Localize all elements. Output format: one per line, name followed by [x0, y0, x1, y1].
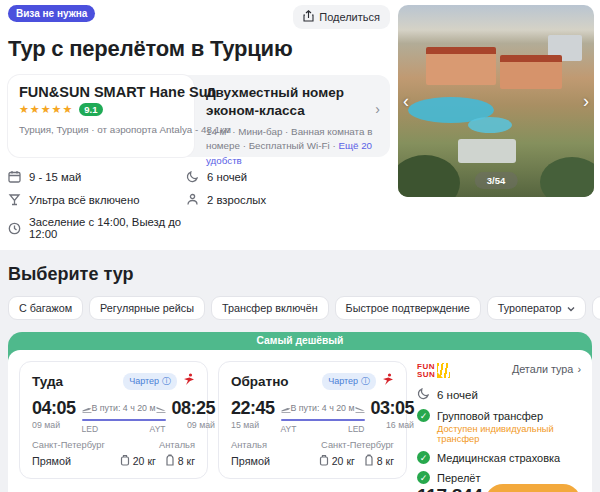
include-insurance: ✓ Медицинская страховка — [417, 451, 581, 464]
flight-segment-return: Обратно Чартер ⓘ 22:45 15 май — [218, 361, 407, 479]
suitcase-icon — [319, 454, 329, 468]
operator-logo-stripes — [437, 363, 450, 378]
hotel-location: Турция, Турция · от аэропорта Antalya - … — [19, 124, 183, 135]
visa-badge: Виза не нужна — [8, 5, 95, 22]
filter-chips-row: С багажом Регулярные рейсы Трансфер вклю… — [8, 296, 592, 320]
hand-luggage-item: 8 кг — [165, 454, 195, 468]
tour-details-label: Детали тура — [512, 363, 573, 375]
filter-tour-operator-dropdown[interactable]: Туроператор — [487, 296, 586, 320]
share-icon — [303, 10, 314, 24]
tour-offer-card: Туда Чартер ⓘ 04:05 09 май — [8, 350, 592, 492]
cheapest-ribbon: Самый дешёвый — [8, 332, 592, 350]
segment-footer: Прямой 20 кг 8 кг — [32, 454, 195, 468]
filter-label: Регулярные рейсы — [100, 302, 194, 314]
tour-details-link[interactable]: Детали тура › — [512, 363, 581, 375]
tour-price: 117 844 ₽ — [417, 485, 485, 492]
tour-operator-logo: FUN SUN — [417, 363, 450, 378]
transfer-note: Доступен индивидуальный трансфер — [437, 424, 581, 444]
offer-panel: FUN SUN Детали тура › 6 ночей — [417, 361, 581, 492]
offer-nights: 6 ночей — [417, 387, 581, 402]
arrival-city: Санкт-Петербург — [321, 440, 394, 450]
tours-section: Выберите тур С багажом Регулярные рейсы … — [0, 250, 600, 492]
flight-duration: В пути: 4 ч 20 м — [92, 403, 156, 413]
filter-airline-dropdown[interactable]: Авиакомпания — [592, 296, 600, 320]
filter-regular-flights[interactable]: Регулярные рейсы — [89, 296, 205, 320]
baggage-weight: 20 кг — [332, 455, 355, 467]
arrival-date: 09 май — [172, 420, 216, 430]
summary-nights-label: 6 ночей — [207, 171, 247, 183]
room-title: Двухместный номер эконом-класса — [206, 84, 356, 119]
tour-summary-grid: 9 - 15 май 6 ночей Ультра всё включено 2… — [8, 170, 390, 240]
charter-badge[interactable]: Чартер ⓘ — [322, 373, 376, 390]
tour-info-column: Виза не нужна Поделиться Тур с перелётом… — [8, 5, 390, 250]
check-icon: ✓ — [417, 471, 430, 484]
route-middle: В пути: 4 ч 20 м LED AYT — [82, 399, 166, 434]
summary-meal: Ультра всё включено — [8, 193, 186, 206]
arrival-date: 16 май — [371, 420, 415, 430]
gallery-next-arrow[interactable]: › — [583, 92, 589, 110]
check-icon: ✓ — [417, 451, 430, 464]
departure-block: 04:05 09 май — [32, 399, 76, 430]
summary-guests-label: 2 взрослых — [207, 194, 266, 206]
plane-landing-icon — [355, 399, 365, 417]
moon-icon — [186, 170, 199, 183]
hotel-name: FUN&SUN SMART Hane Sun — [19, 84, 183, 100]
stops-label: Прямой — [231, 455, 270, 467]
route-middle: В пути: 4 ч 20 м AYT LED — [281, 399, 365, 434]
operator-logo-line2: SUN — [417, 371, 435, 379]
route-cities: Санкт-Петербург Анталья — [32, 440, 195, 450]
baggage-item: 20 кг — [120, 454, 156, 468]
departure-airport-code: LED — [82, 424, 99, 434]
flight-route: 04:05 09 май В пути: 4 ч 20 м — [32, 399, 195, 434]
arrival-block: 08:25 09 май — [172, 399, 216, 430]
info-icon: ⓘ — [162, 375, 171, 388]
filter-fast-confirm[interactable]: Быстрое подтверждение — [335, 296, 481, 320]
charter-badge[interactable]: Чартер ⓘ — [123, 373, 177, 390]
filter-label: Туроператор — [498, 302, 562, 314]
rating-badge: 9.1 — [79, 103, 102, 116]
offer-top-row: FUN SUN Детали тура › — [417, 363, 581, 378]
summary-nights: 6 ночей — [186, 170, 390, 183]
segment-header: Обратно Чартер ⓘ — [231, 372, 394, 390]
chevron-down-icon — [567, 302, 575, 314]
route-line — [281, 419, 365, 421]
route-line — [82, 419, 166, 421]
info-icon: ⓘ — [361, 375, 370, 388]
arrival-airport-code: LED — [348, 424, 365, 434]
gallery-prev-arrow[interactable]: ‹ — [403, 92, 409, 110]
departure-time: 04:05 — [32, 399, 76, 417]
flight-route: 22:45 15 май В пути: 4 ч 20 м — [231, 399, 394, 434]
plane-takeoff-icon — [82, 399, 92, 417]
hotel-photo[interactable]: ‹ › 3/54 — [398, 5, 594, 197]
photo-shape — [468, 117, 512, 133]
summary-checkin: Заселение с 14:00, Выезд до 12:00 — [8, 216, 186, 240]
route-cities: Анталья Санкт-Петербург — [231, 440, 394, 450]
suitcase-icon — [120, 454, 130, 468]
summary-dates: 9 - 15 май — [8, 170, 186, 183]
arrival-block: 03:05 16 май — [371, 399, 415, 430]
include-label: Групповой трансфер — [437, 410, 543, 422]
tours-heading: Выберите тур — [8, 264, 592, 285]
room-card[interactable]: Двухместный номер эконом-класса › 14 м² … — [194, 75, 390, 157]
star-rating-icons: ★★★★★ — [19, 103, 73, 116]
hotel-card[interactable]: FUN&SUN SMART Hane Sun ★★★★★ 9.1 Турция,… — [8, 75, 194, 157]
arrival-airport-code: AYT — [150, 424, 166, 434]
departure-block: 22:45 15 май — [231, 399, 275, 430]
moon-icon — [417, 387, 430, 402]
share-button[interactable]: Поделиться — [293, 5, 390, 29]
check-icon: ✓ — [417, 409, 430, 422]
segment-direction: Туда — [32, 374, 63, 389]
charter-label: Чартер — [328, 376, 358, 386]
badge-row: Виза не нужна Поделиться — [8, 5, 390, 29]
departure-city: Санкт-Петербург — [32, 440, 105, 450]
price-row: 117 844 ₽ Выбрать тур — [417, 484, 581, 492]
filter-transfer[interactable]: Трансфер включён — [211, 296, 329, 320]
offer-nights-label: 6 ночей — [437, 389, 478, 401]
photo-shape — [540, 157, 594, 197]
baggage-weight: 20 кг — [133, 455, 156, 467]
photo-shape — [426, 47, 496, 85]
select-tour-button[interactable]: Выбрать тур — [485, 484, 581, 492]
plane-takeoff-icon — [281, 399, 291, 417]
segment-header: Туда Чартер ⓘ — [32, 372, 195, 390]
filter-baggage[interactable]: С багажом — [8, 296, 83, 320]
